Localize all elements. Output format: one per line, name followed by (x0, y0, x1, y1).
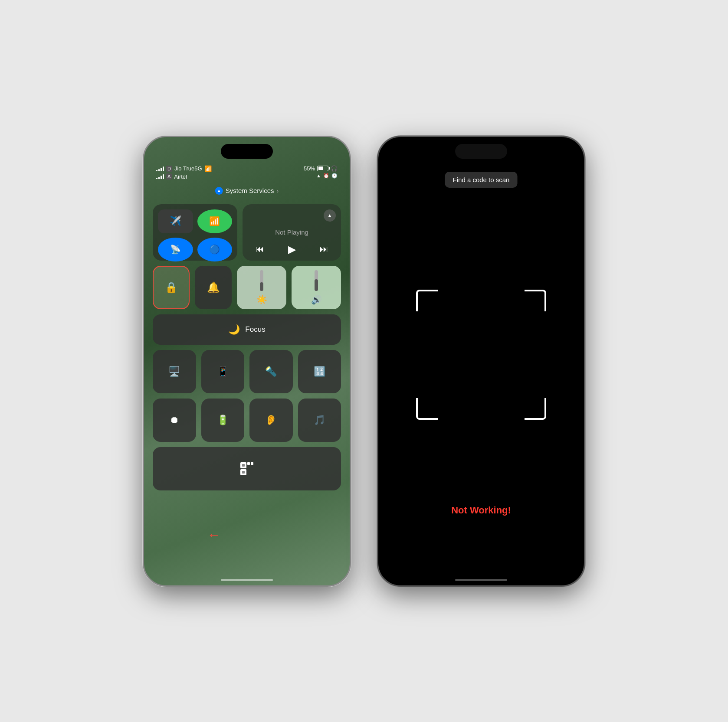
cc-row-2: 🔒 🔔 ☀️ (153, 266, 341, 309)
signal-bars-1 (156, 166, 164, 171)
cellular-tile[interactable]: 📶 (197, 209, 233, 233)
location-icon: ▲ (215, 187, 223, 195)
esim-badge-2: A (166, 173, 172, 180)
bar (156, 178, 157, 179)
rewind-button[interactable]: ⏮ (256, 244, 264, 254)
location-status-icon: ▲ (316, 173, 321, 178)
bar (158, 177, 160, 179)
battery-percentage: 55% (304, 165, 315, 172)
lock-rotation-icon: 🔒 (165, 281, 178, 294)
cc-row-3: 🌙 Focus (153, 314, 341, 345)
focus-label: Focus (245, 325, 265, 334)
red-arrow: ← (207, 527, 221, 543)
screen-mirror-tile[interactable]: 🖥️ (153, 350, 196, 393)
status-left: D Jio True5G 📶 A Airtel (156, 165, 212, 180)
find-code-tooltip: Find a code to scan (445, 172, 518, 188)
bell-tile[interactable]: 🔔 (195, 266, 232, 309)
cc-row-6 (153, 447, 341, 490)
volume-icon: 🔊 (311, 294, 322, 305)
phones-container: ▲ System Services › D Jio True5G 📶 (143, 136, 585, 587)
forward-button[interactable]: ⏭ (320, 244, 328, 254)
control-center: ✈️ 📶 📡 🔵 (153, 204, 341, 568)
home-indicator (221, 579, 273, 581)
carrier2-label: Airtel (174, 173, 187, 180)
home-indicator-2 (455, 579, 507, 581)
battery-widget-icon: 🔋 (217, 415, 229, 426)
cc-row-5: ⏺ 🔋 👂 🎵 (153, 399, 341, 442)
wifi-icon: 📶 (204, 165, 212, 172)
corner-bl (416, 398, 438, 420)
airplane-icon: ✈️ (170, 216, 181, 227)
bar (156, 170, 157, 171)
headphone-icon: 🎧 (331, 165, 338, 172)
qr-code-tile[interactable] (153, 447, 341, 490)
remote-tile[interactable]: 📱 (201, 350, 245, 393)
airplay-icon[interactable]: ▲ (324, 209, 336, 222)
lock-rotation-tile[interactable]: 🔒 (153, 266, 190, 309)
signal-bars-2 (156, 174, 164, 179)
now-playing-tile[interactable]: ▲ Not Playing ⏮ ▶ ⏭ (243, 204, 341, 261)
status-icons-row: ▲ ⏰ 🕐 (316, 173, 338, 179)
cc-row-1: ✈️ 📶 📡 🔵 (153, 204, 341, 261)
bar (163, 174, 164, 179)
chevron-right-icon: › (277, 187, 279, 194)
status-bar: D Jio True5G 📶 A Airtel 5 (144, 165, 350, 180)
clock-icon: 🕐 (331, 173, 338, 179)
battery-row: 55% 🎧 (304, 165, 338, 172)
system-services-label: System Services (226, 187, 274, 194)
cellular-icon: 📶 (209, 216, 220, 226)
connectivity-bottom: 📡 🔵 (158, 238, 232, 261)
moon-icon: 🌙 (228, 324, 240, 335)
airplane-tile[interactable]: ✈️ (158, 209, 193, 233)
find-code-label: Find a code to scan (453, 176, 510, 183)
bar (158, 169, 160, 171)
phone-control-center: ▲ System Services › D Jio True5G 📶 (143, 136, 351, 587)
bar (161, 176, 162, 179)
playback-controls: ⏮ ▶ ⏭ (248, 243, 336, 255)
hearing-tile[interactable]: 👂 (249, 399, 293, 442)
battery-icon (317, 166, 328, 171)
calculator-icon: 🔢 (314, 366, 325, 377)
bell-icon: 🔔 (207, 281, 220, 294)
qr-code-icon (240, 462, 253, 475)
corner-tr (525, 290, 546, 311)
wifi-tile[interactable]: 📡 (158, 238, 193, 261)
phone-qr-scanner: Find a code to scan Not Working! (377, 136, 585, 587)
esim-badge: D (166, 166, 172, 172)
system-services-bar[interactable]: ▲ System Services › (215, 187, 279, 195)
airplay-symbol: ▲ (327, 212, 332, 219)
status-right: 55% 🎧 ▲ ⏰ 🕐 (304, 165, 338, 179)
connectivity-top: ✈️ 📶 (158, 209, 232, 233)
bar (163, 167, 164, 171)
bluetooth-icon: 🔵 (209, 244, 220, 255)
corner-br (525, 398, 546, 420)
volume-tile[interactable]: 🔊 (292, 266, 341, 309)
hearing-icon: 👂 (265, 415, 277, 426)
not-working-label: Not Working! (451, 505, 511, 516)
carrier1-row: D Jio True5G 📶 (156, 165, 212, 172)
carrier2-row: A Airtel (156, 173, 212, 180)
screen-record-icon: ⏺ (170, 415, 179, 426)
bar (161, 168, 162, 171)
dynamic-island-2 (455, 144, 507, 159)
volume-fill (315, 279, 318, 291)
brightness-tile[interactable]: ☀️ (237, 266, 286, 309)
play-button[interactable]: ▶ (288, 243, 296, 255)
alarm-icon: ⏰ (323, 173, 329, 179)
calculator-tile[interactable]: 🔢 (298, 350, 341, 393)
screen-record-tile[interactable]: ⏺ (153, 399, 196, 442)
flashlight-tile[interactable]: 🔦 (249, 350, 293, 393)
wifi-tile-icon: 📡 (170, 244, 181, 255)
brightness-icon: ☀️ (256, 294, 267, 305)
brightness-fill (260, 282, 263, 291)
focus-tile[interactable]: 🌙 Focus (153, 314, 341, 345)
remote-icon: 📱 (217, 366, 229, 377)
battery-fill (318, 167, 324, 170)
corner-tl (416, 290, 438, 311)
dynamic-island (221, 144, 273, 159)
shazam-tile[interactable]: 🎵 (298, 399, 341, 442)
bluetooth-tile[interactable]: 🔵 (197, 238, 233, 261)
battery-widget-tile[interactable]: 🔋 (201, 399, 245, 442)
arrow-icon: ← (207, 527, 221, 542)
cc-row-4: 🖥️ 📱 🔦 🔢 (153, 350, 341, 393)
